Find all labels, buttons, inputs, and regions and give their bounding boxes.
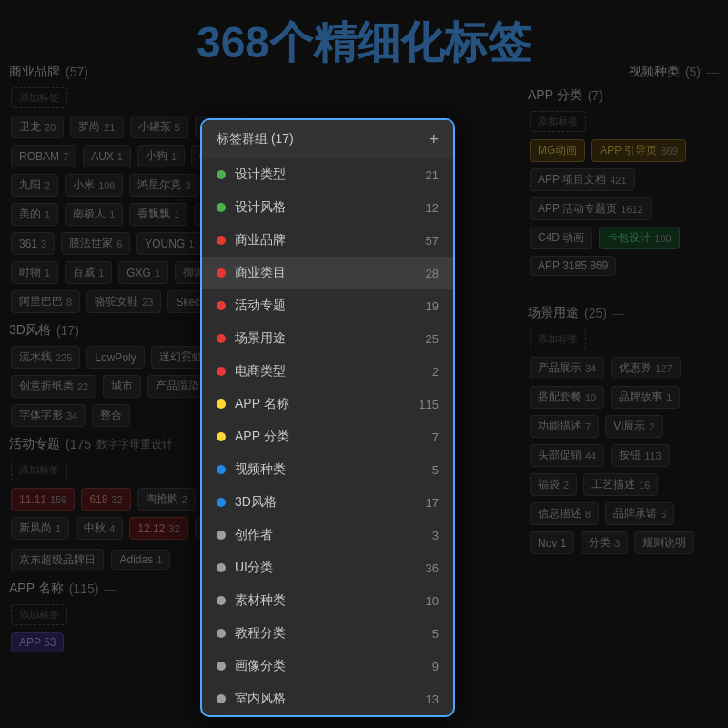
- modal-item-13[interactable]: 素材种类10: [202, 584, 453, 617]
- item-label-10: 3D风格: [235, 494, 426, 511]
- item-label-12: UI分类: [235, 560, 426, 576]
- modal-item-9[interactable]: 视频种类5: [202, 453, 453, 486]
- modal-item-7[interactable]: APP 名称115: [202, 388, 453, 420]
- item-count-5: 25: [426, 332, 439, 346]
- item-count-9: 5: [432, 463, 439, 477]
- modal-item-6[interactable]: 电商类型2: [202, 355, 453, 388]
- item-count-13: 10: [426, 594, 439, 608]
- item-label-2: 商业品牌: [235, 232, 426, 248]
- dot-icon-16: [217, 694, 226, 703]
- dot-icon-9: [217, 465, 226, 474]
- modal-add-button[interactable]: +: [429, 131, 439, 147]
- modal-item-4[interactable]: 活动专题19: [202, 289, 453, 322]
- item-label-9: 视频种类: [235, 461, 432, 478]
- item-count-2: 57: [426, 234, 439, 248]
- item-label-3: 商业类目: [235, 265, 426, 281]
- modal-item-14[interactable]: 教程分类5: [202, 617, 453, 650]
- modal-item-10[interactable]: 3D风格17: [202, 486, 453, 519]
- dot-icon-15: [217, 662, 226, 671]
- modal-item-5[interactable]: 场景用途25: [202, 322, 453, 355]
- item-label-16: 室内风格: [235, 691, 426, 707]
- item-label-14: 教程分类: [235, 625, 432, 642]
- modal-title: 标签群组 (17): [217, 131, 294, 147]
- item-count-14: 5: [432, 627, 439, 641]
- modal-item-16[interactable]: 室内风格13: [202, 682, 453, 715]
- item-count-4: 19: [426, 299, 439, 313]
- modal-item-8[interactable]: APP 分类7: [202, 420, 453, 453]
- item-count-8: 7: [432, 430, 439, 444]
- modal-item-2[interactable]: 商业品牌57: [202, 224, 453, 257]
- item-label-0: 设计类型: [235, 167, 426, 183]
- item-count-12: 36: [426, 561, 439, 575]
- item-label-11: 创作者: [235, 527, 432, 543]
- item-label-13: 素材种类: [235, 592, 426, 609]
- dot-icon-1: [217, 203, 226, 212]
- modal-item-11[interactable]: 创作者3: [202, 519, 453, 551]
- item-count-7: 115: [419, 398, 439, 411]
- item-count-1: 12: [426, 201, 439, 215]
- dot-icon-4: [217, 301, 226, 310]
- item-count-15: 9: [432, 660, 439, 673]
- modal-item-12[interactable]: UI分类36: [202, 551, 453, 584]
- item-label-5: 场景用途: [235, 330, 426, 347]
- dot-icon-8: [217, 432, 226, 441]
- modal-header: 标签群组 (17) +: [202, 120, 453, 158]
- dot-icon-10: [217, 498, 226, 507]
- dot-icon-2: [217, 236, 226, 245]
- item-label-15: 画像分类: [235, 658, 432, 674]
- dot-icon-11: [217, 531, 226, 540]
- dot-icon-5: [217, 334, 226, 343]
- dot-icon-0: [217, 170, 226, 179]
- item-label-1: 设计风格: [235, 199, 426, 216]
- item-count-11: 3: [432, 529, 439, 542]
- dot-icon-14: [217, 629, 226, 638]
- item-count-10: 17: [426, 496, 439, 510]
- dot-icon-6: [217, 367, 226, 376]
- item-label-4: 活动专题: [235, 298, 426, 314]
- dot-icon-7: [217, 399, 226, 409]
- modal-item-15[interactable]: 画像分类9: [202, 650, 453, 682]
- modal-item-3[interactable]: 商业类目28: [202, 257, 453, 289]
- tag-group-modal: 标签群组 (17) + 设计类型21设计风格12商业品牌57商业类目28活动专题…: [200, 118, 455, 717]
- item-count-16: 13: [426, 693, 439, 706]
- modal-items-list: 设计类型21设计风格12商业品牌57商业类目28活动专题19场景用途25电商类型…: [202, 158, 453, 715]
- item-count-6: 2: [432, 365, 439, 379]
- modal-item-0[interactable]: 设计类型21: [202, 158, 453, 191]
- item-label-8: APP 分类: [235, 429, 432, 445]
- item-count-0: 21: [426, 168, 439, 182]
- item-count-3: 28: [426, 267, 439, 280]
- dot-icon-12: [217, 563, 226, 572]
- item-label-7: APP 名称: [235, 396, 419, 412]
- item-label-6: 电商类型: [235, 363, 432, 379]
- dot-icon-3: [217, 268, 226, 278]
- modal-item-1[interactable]: 设计风格12: [202, 191, 453, 224]
- dot-icon-13: [217, 596, 226, 605]
- modal-overlay[interactable]: 标签群组 (17) + 设计类型21设计风格12商业品牌57商业类目28活动专题…: [0, 0, 728, 728]
